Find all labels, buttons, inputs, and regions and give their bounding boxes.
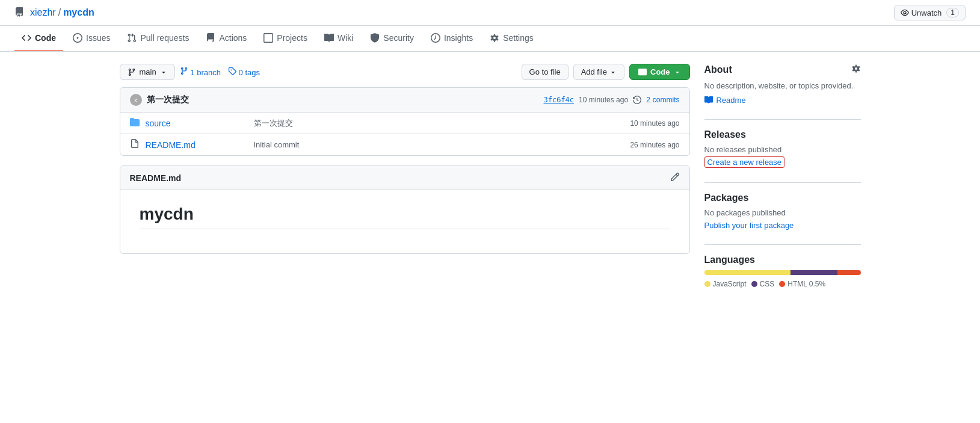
file-time: 10 minutes ago: [630, 119, 679, 128]
repo-nav: Code Issues Pull requests Actions Projec…: [0, 26, 980, 52]
no-releases-text: No releases published: [704, 145, 861, 154]
html-label: HTML 0.5%: [787, 280, 825, 288]
folder-icon: [130, 117, 140, 129]
sidebar-packages-title: Packages: [704, 193, 749, 203]
no-packages-text: No packages published: [704, 208, 861, 217]
sidebar-languages-header: Languages: [704, 255, 861, 265]
file-icon: [130, 139, 140, 150]
readme-link[interactable]: Readme: [704, 96, 861, 105]
add-file-label: Add file: [581, 67, 607, 76]
readme-header: README.md: [120, 166, 689, 190]
commit-sha-link[interactable]: 3fc6f4c: [544, 96, 575, 104]
sidebar: About No description, website, or topics…: [704, 64, 861, 303]
file-name-link[interactable]: source: [146, 119, 254, 128]
lang-item-html: HTML 0.5%: [779, 280, 825, 288]
readme-heading: mycdn: [140, 205, 670, 229]
branch-info: 1 branch 0 tags: [180, 67, 260, 77]
lang-bar-js: [704, 270, 790, 275]
edit-readme-icon[interactable]: [670, 172, 680, 184]
repo-separator: /: [58, 7, 61, 18]
language-bar: [704, 270, 861, 275]
css-dot: [751, 281, 757, 287]
tab-code[interactable]: Code: [14, 26, 63, 51]
tab-security[interactable]: Security: [363, 26, 421, 51]
file-commit-msg: Initial commit: [254, 140, 630, 149]
language-list: JavaScript CSS HTML 0.5%: [704, 280, 861, 288]
sidebar-packages-header: Packages: [704, 193, 861, 203]
file-name-link[interactable]: README.md: [146, 140, 254, 150]
commit-avatar: x: [130, 94, 142, 106]
file-time: 26 minutes ago: [630, 141, 679, 149]
branch-text: branch: [197, 68, 221, 77]
sidebar-releases-title: Releases: [704, 129, 746, 140]
commits-count-link[interactable]: 2 commits: [646, 96, 679, 104]
sidebar-releases-header: Releases: [704, 129, 861, 140]
js-dot: [704, 281, 710, 287]
readme-box: README.md mycdn: [120, 165, 690, 254]
tab-pull-requests[interactable]: Pull requests: [120, 26, 196, 51]
sidebar-about-desc: No description, website, or topics provi…: [704, 80, 861, 92]
repo-title: xiezhr / mycdn: [14, 7, 94, 19]
code-button[interactable]: Code: [629, 64, 690, 80]
sidebar-divider-2: [704, 182, 861, 183]
file-commit-msg: 第一次提交: [254, 118, 630, 129]
tag-count: 0: [239, 68, 243, 77]
commit-message: 第一次提交: [147, 94, 189, 105]
unwatch-count: 1: [946, 8, 959, 17]
sidebar-packages-section: Packages No packages published Publish y…: [704, 193, 861, 230]
tab-wiki[interactable]: Wiki: [317, 26, 360, 51]
tag-count-link[interactable]: 0 tags: [228, 67, 260, 77]
sidebar-languages-section: Languages JavaScript CSS HTML 0.5%: [704, 255, 861, 288]
branch-label: main: [140, 67, 156, 76]
lang-bar-css: [790, 270, 837, 275]
branch-count-link[interactable]: 1 branch: [180, 67, 221, 77]
code-btn-label: Code: [650, 67, 670, 76]
readme-title: README.md: [130, 173, 182, 183]
top-bar: xiezhr / mycdn Unwatch 1: [0, 0, 980, 26]
repo-icon: [14, 7, 24, 19]
sidebar-languages-title: Languages: [704, 255, 755, 265]
tab-actions[interactable]: Actions: [199, 26, 254, 51]
css-label: CSS: [760, 280, 775, 288]
repo-content: main 1 branch 0 tags Go to file Add: [120, 64, 690, 303]
readme-link-label: Readme: [717, 96, 746, 105]
tab-projects[interactable]: Projects: [256, 26, 315, 51]
toolbar-row: main 1 branch 0 tags Go to file Add: [120, 64, 690, 80]
sidebar-about-title: About: [704, 64, 732, 75]
unwatch-label: Unwatch: [911, 8, 942, 17]
publish-package-link[interactable]: Publish your first package: [704, 221, 861, 230]
latest-commit-row: x 第一次提交 3fc6f4c 10 minutes ago 2 commits: [120, 88, 689, 113]
sidebar-about-section: About No description, website, or topics…: [704, 64, 861, 105]
lang-item-css: CSS: [751, 280, 775, 288]
go-to-file-button[interactable]: Go to file: [522, 64, 569, 80]
lang-item-js: JavaScript: [704, 280, 747, 288]
unwatch-button[interactable]: Unwatch 1: [894, 5, 966, 20]
sidebar-releases-section: Releases No releases published Create a …: [704, 129, 861, 168]
repo-owner[interactable]: xiezhr: [30, 7, 56, 18]
js-label: JavaScript: [713, 280, 747, 288]
tab-settings[interactable]: Settings: [482, 26, 541, 51]
branch-count: 1: [190, 68, 194, 77]
readme-body: mycdn: [120, 190, 689, 253]
add-file-button[interactable]: Add file: [573, 64, 624, 80]
sidebar-divider-3: [704, 244, 861, 245]
commit-time: 10 minutes ago: [579, 96, 628, 104]
table-row: README.md Initial commit 26 minutes ago: [120, 134, 689, 155]
tab-insights[interactable]: Insights: [424, 26, 480, 51]
top-right-actions: Unwatch 1: [894, 5, 966, 20]
html-dot: [779, 281, 785, 287]
table-row: source 第一次提交 10 minutes ago: [120, 113, 689, 134]
repo-name[interactable]: mycdn: [63, 7, 94, 18]
toolbar-right: Go to file Add file Code: [522, 64, 690, 80]
gear-icon[interactable]: [851, 64, 861, 75]
commit-count: 2: [646, 96, 650, 104]
create-release-link[interactable]: Create a new release: [704, 156, 785, 168]
sidebar-divider-1: [704, 119, 861, 120]
sidebar-about-header: About: [704, 64, 861, 75]
tab-issues[interactable]: Issues: [66, 26, 117, 51]
branch-selector[interactable]: main: [120, 64, 175, 80]
tag-text: tags: [245, 68, 260, 77]
main-layout: main 1 branch 0 tags Go to file Add: [105, 52, 875, 315]
commits-label: commits: [653, 96, 680, 104]
lang-bar-html: [837, 270, 861, 275]
